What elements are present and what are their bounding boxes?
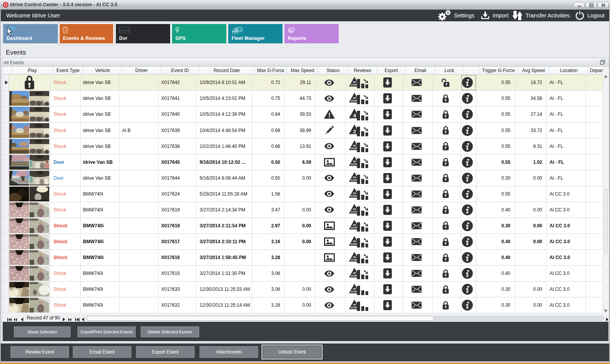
svg-text:MERGE: MERGE [119, 29, 129, 32]
